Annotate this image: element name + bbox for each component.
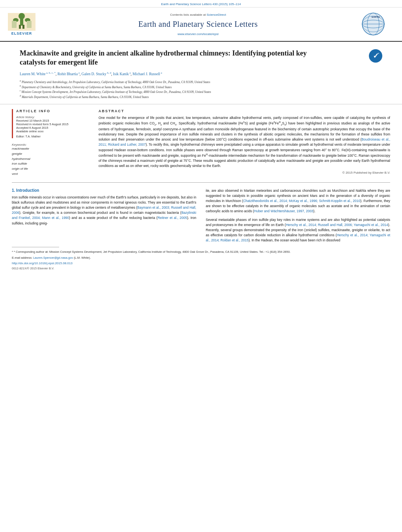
issn-line: 0012-821X/© 2015 Elsevier B.V.	[0, 267, 402, 273]
elsevier-tree-icon	[8, 13, 35, 31]
authors-line: Lauren M. White a, b, c, *, Rohit Bharti…	[20, 71, 382, 76]
author5-sup: a	[160, 71, 162, 74]
svg-rect-2	[20, 19, 23, 26]
ref-herschy2[interactable]: Herschy et al., 2014; Yamaguchi et al., …	[206, 233, 390, 242]
abstract-text: One model for the emergence of life posi…	[99, 115, 390, 169]
keyword-hydrothermal: hydrothermal	[12, 157, 91, 162]
corresponding-author-note: * * Corresponding author at: Mission Con…	[12, 250, 390, 254]
main-right-col: ite, are also observed in Martian meteor…	[206, 188, 390, 243]
journal-main-title: Earth and Planetary Science Letters	[43, 18, 353, 30]
affiliation-b: b Department of Chemistry & Biochemistry…	[20, 84, 382, 89]
affiliation-a: a Planetary Chemistry and Astrobiology, …	[20, 79, 382, 84]
contents-text: Contents lists available at	[170, 13, 206, 17]
author3-name: Galen D. Stucky	[82, 72, 106, 76]
affiliation-d: d Materials Department, University of Ca…	[20, 94, 382, 99]
copyright-line: © 2015 Published by Elsevier B.V.	[99, 171, 390, 174]
elsevier-brand-name: ELSEVIER	[11, 32, 32, 35]
ref-huber[interactable]: Huber and Wächtershäuser, 1997, 2003	[254, 209, 313, 213]
ref-herschy[interactable]: Herschy et al., 2014; Russell and Hall, …	[286, 223, 388, 227]
footnote-divider	[12, 247, 59, 247]
main-left-col: 1. Introduction Iron sulfide minerals oc…	[12, 188, 196, 243]
keyword-vent: vent	[12, 172, 91, 177]
journal-globe-icon: EARTH	[361, 11, 386, 37]
intro-left-text: Iron sulfide minerals occur in various c…	[12, 195, 196, 226]
online-date: Available online xxxx	[16, 130, 91, 133]
svg-point-1	[19, 13, 25, 19]
contents-line: Contents lists available at ScienceDirec…	[43, 13, 353, 17]
svg-rect-5	[19, 25, 21, 29]
email-line: E-mail address: Lauren.Spencer@jpl.nasa.…	[12, 256, 390, 260]
history-label: Article history:	[16, 115, 91, 119]
journal-title-block: Contents lists available at ScienceDirec…	[35, 13, 361, 36]
affiliation-c: c Mission Concept Systems Development, J…	[20, 89, 382, 94]
ref-boudroiseau[interactable]: Boudroiseau et al., 2011; Rickard and Lu…	[99, 137, 390, 146]
article-info-col: ARTICLE INFO Article history: Received 1…	[12, 109, 91, 177]
intro-heading: 1. Introduction	[12, 188, 196, 193]
volume-info: Earth and Planetary Science Letters 430 …	[161, 2, 241, 6]
main-content: 1. Introduction Iron sulfide minerals oc…	[0, 188, 402, 243]
article-title: Mackinawite and greigite in ancient alka…	[20, 49, 327, 67]
doi-line: http://dx.doi.org/10.1016/j.epsl.2015.08…	[0, 260, 402, 267]
page: Earth and Planetary Science Letters 430 …	[0, 0, 402, 532]
author5-name: Michael J. Russell	[132, 72, 160, 76]
accepted-date: Accepted 6 August 2015	[16, 126, 91, 130]
svg-rect-7	[12, 21, 17, 28]
keyword-mackinawite: mackinawite	[12, 146, 91, 152]
ref-baymann[interactable]: Baymann et al., 2003; Russell and Hall, …	[12, 206, 196, 215]
journal-header: ELSEVIER Contents lists available at Sci…	[0, 7, 402, 42]
abstract-label: ABSTRACT	[99, 109, 390, 113]
article-info-box: ARTICLE INFO Article history: Received 1…	[12, 109, 91, 138]
keyword-greigite: greigite	[12, 152, 91, 157]
article-header: Mackinawite and greigite in ancient alka…	[0, 42, 402, 104]
doi-link[interactable]: http://dx.doi.org/10.1016/j.epsl.2015.08…	[12, 261, 73, 265]
revised-date: Received in revised form 5 August 2015	[16, 122, 91, 126]
email-suffix: (L.M. White).	[74, 256, 91, 260]
author1-name: Lauren M. White	[20, 72, 46, 76]
author2-name: Rohit Bhartia	[58, 72, 78, 76]
svg-text:EARTH: EARTH	[372, 16, 380, 18]
author3-sup: b, d	[106, 71, 111, 74]
affiliations-block: a Planetary Chemistry and Astrobiology, …	[20, 79, 382, 99]
author1-sup: a, b, c, *	[46, 71, 56, 74]
ref-chatzi[interactable]: Chatzitheodoridis et al., 2014; McKay et…	[243, 199, 360, 203]
author4-sup: a	[129, 71, 131, 74]
abstract-col: ABSTRACT One model for the emergence of …	[99, 109, 390, 177]
author2-sup: a	[78, 71, 80, 74]
keywords-section: Keywords: mackinawite greigite hydrother…	[12, 143, 91, 177]
svg-rect-8	[27, 21, 32, 28]
email-link[interactable]: Lauren.Spencer@jpl.nasa.gov	[33, 256, 73, 260]
keywords-label: Keywords:	[12, 143, 91, 146]
keyword-iron-sulfide: iron sulfide	[12, 161, 91, 167]
main-divider	[12, 182, 390, 183]
svg-rect-6	[22, 25, 24, 29]
received-date: Received 10 March 2015	[16, 119, 91, 122]
elsevier-logo: ELSEVIER	[8, 13, 35, 35]
author4-name: Isik Kanik	[113, 72, 129, 76]
footnote-text: * Corresponding author at: Mission Conce…	[14, 250, 290, 254]
keyword-origin-of-life: origin of life	[12, 167, 91, 172]
footnotes-block: * * Corresponding author at: Mission Con…	[0, 250, 402, 260]
email-label: E-mail address:	[12, 256, 32, 260]
history-group: Article history: Received 10 March 2015 …	[16, 115, 91, 133]
intro-right-text2: Several metastable phases of iron sulfid…	[206, 217, 390, 243]
intro-right-text1: ite, are also observed in Martian meteor…	[206, 188, 390, 214]
article-info-abstract: ARTICLE INFO Article history: Received 1…	[0, 109, 402, 177]
sciencedirect-link[interactable]: ScienceDirect	[207, 13, 226, 17]
svg-text:×: ×	[378, 52, 380, 55]
ref-reitner[interactable]: Reitner et al., 2005	[158, 216, 187, 220]
earth-globe-svg: EARTH	[361, 11, 386, 37]
editor-line: Editor: T.A. Mather	[16, 135, 91, 138]
journal-url[interactable]: www.elsevier.com/locate/epsl	[177, 32, 218, 36]
article-info-label: ARTICLE INFO	[16, 109, 91, 113]
crossmark-icon[interactable]: ✓ ×	[368, 49, 382, 63]
